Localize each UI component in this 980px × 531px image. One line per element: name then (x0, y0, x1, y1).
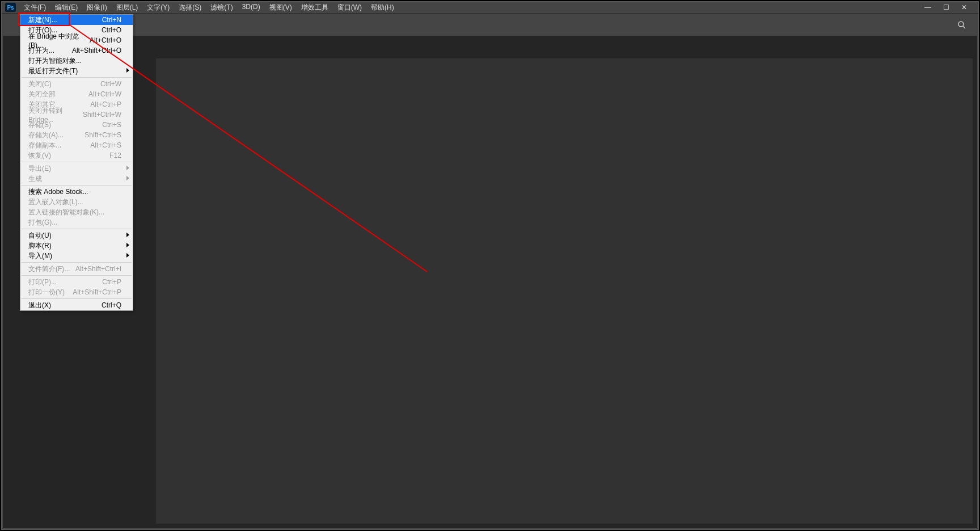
menuitem-在Bridge中浏览B[interactable]: 在 Bridge 中浏览(B)...Alt+Ctrl+O (20, 35, 133, 45)
menuitem-置入嵌入对象L: 置入嵌入对象(L)... (20, 197, 133, 207)
menu-v[interactable]: 视图(V) (265, 2, 297, 14)
menuitem-打印一份Y: 打印一份(Y)Alt+Shift+Ctrl+P (20, 287, 133, 297)
app-icon: Ps (5, 3, 16, 12)
menu-separator (22, 275, 132, 276)
menuitem-退出X[interactable]: 退出(X)Ctrl+Q (20, 300, 133, 310)
menuitem-置入链接的智能对象K: 置入链接的智能对象(K)... (20, 207, 133, 217)
menu-i[interactable]: 图像(I) (82, 2, 111, 14)
menuitem-最近打开文件T[interactable]: 最近打开文件(T) (20, 66, 133, 76)
chevron-right-icon (126, 176, 129, 180)
menuitem-存储S: 存储(S)Ctrl+S (20, 120, 133, 130)
menu-w[interactable]: 窗口(W) (333, 2, 366, 14)
menu-t[interactable]: 滤镜(T) (206, 2, 237, 14)
chevron-right-icon (126, 233, 129, 237)
menu-f[interactable]: 文件(F) (19, 2, 50, 14)
file-menu-dropdown: 新建(N)...Ctrl+N打开(O)...Ctrl+O在 Bridge 中浏览… (20, 14, 133, 311)
menu-separator (22, 262, 132, 263)
menuitem-导入M[interactable]: 导入(M) (20, 251, 133, 261)
menu-e[interactable]: 编辑(E) (50, 2, 82, 14)
menu-dd[interactable]: 3D(D) (238, 2, 265, 14)
menu-l[interactable]: 图层(L) (112, 2, 143, 14)
menuitem-存储为A: 存储为(A)...Shift+Ctrl+S (20, 130, 133, 140)
menuitem-自动U[interactable]: 自动(U) (20, 230, 133, 241)
chevron-right-icon (126, 253, 129, 258)
menu-s[interactable]: 选择(S) (174, 2, 206, 14)
menu-separator (22, 298, 132, 299)
menu-separator (22, 77, 132, 78)
chevron-right-icon (126, 166, 129, 170)
menuitem-存储副本: 存储副本...Alt+Ctrl+S (20, 140, 133, 150)
menuitem-打印P: 打印(P)...Ctrl+P (20, 277, 133, 287)
menuitem-搜索AdobeStock[interactable]: 搜索 Adobe Stock... (20, 187, 133, 197)
menu-[interactable]: 增效工具 (297, 2, 333, 14)
canvas-area (156, 58, 851, 461)
menuitem-打包G: 打包(G)... (20, 217, 133, 227)
menuitem-文件简介F: 文件简介(F)...Alt+Shift+Ctrl+I (20, 264, 133, 274)
menuitem-生成: 生成 (20, 174, 133, 184)
menu-separator (22, 162, 132, 162)
chevron-right-icon (126, 68, 129, 73)
menuitem-关闭并转到Bridge: 关闭并转到 Bridge...Shift+Ctrl+W (20, 109, 133, 120)
menuitem-导出E: 导出(E) (20, 163, 133, 174)
chevron-right-icon (126, 243, 129, 247)
menuitem-脚本R[interactable]: 脚本(R) (20, 241, 133, 251)
menubar: Ps 文件(F)编辑(E)图像(I)图层(L)文字(Y)选择(S)滤镜(T)3D… (2, 2, 851, 13)
menu-h[interactable]: 帮助(H) (366, 2, 399, 14)
app-window: Ps 文件(F)编辑(E)图像(I)图层(L)文字(Y)选择(S)滤镜(T)3D… (1, 1, 851, 461)
menuitem-关闭C: 关闭(C)Ctrl+W (20, 79, 133, 89)
menuitem-恢复V: 恢复(V)F12 (20, 150, 133, 161)
menu-separator (22, 229, 132, 229)
menuitem-打开为[interactable]: 打开为...Alt+Shift+Ctrl+O (20, 45, 133, 56)
menuitem-打开为智能对象[interactable]: 打开为智能对象... (20, 56, 133, 66)
menuitem-关闭全部: 关闭全部Alt+Ctrl+W (20, 89, 133, 99)
menu-separator (22, 185, 132, 186)
menu-y[interactable]: 文字(Y) (142, 2, 174, 14)
menuitem-新建N[interactable]: 新建(N)...Ctrl+N (20, 15, 133, 25)
